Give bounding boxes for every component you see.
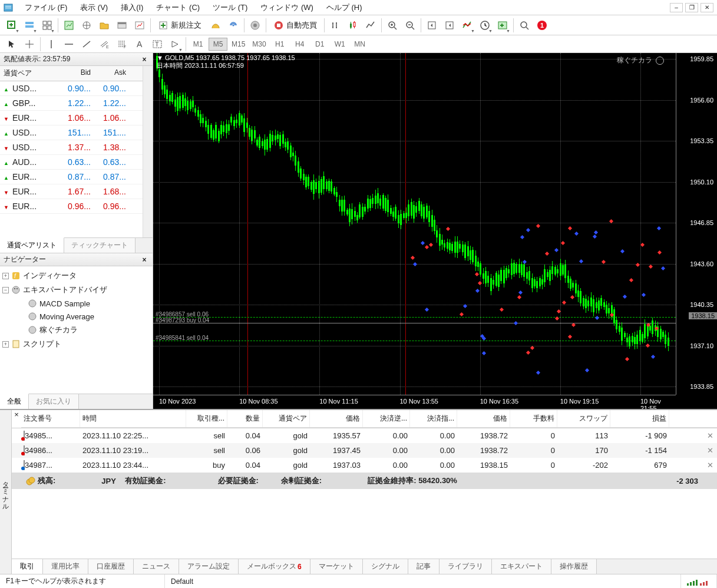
terminal-tab-5[interactable]: メールボックス 6: [239, 559, 310, 574]
menu-view[interactable]: 表示 (V): [74, 1, 114, 14]
timeframe-h1[interactable]: H1: [270, 38, 289, 51]
market-watch-row[interactable]: USD...1.37...1.38...: [0, 140, 143, 155]
mdi-close-button[interactable]: ✕: [701, 3, 713, 12]
timeframe-m1[interactable]: M1: [189, 38, 207, 51]
menu-file[interactable]: ファイル (F): [19, 1, 73, 14]
col-symbol[interactable]: 通貨ペア: [0, 66, 59, 81]
menu-help[interactable]: ヘルプ (H): [320, 1, 368, 14]
price-scale[interactable]: 1959.851956.601953.351950.101946.851943.…: [676, 53, 717, 395]
market-watch-button[interactable]: [61, 17, 77, 34]
terminal-tab-2[interactable]: 口座履歴: [88, 559, 134, 574]
market-watch-row[interactable]: EUR...1.67...1.68...: [0, 184, 143, 199]
col-order[interactable]: 注文番号: [21, 410, 80, 427]
col-ask[interactable]: Ask: [94, 66, 130, 81]
status-profile[interactable]: Default: [165, 574, 681, 588]
search-button[interactable]: [516, 17, 533, 34]
new-chart-button[interactable]: ▼: [4, 17, 20, 34]
col-type[interactable]: 取引種...: [186, 410, 227, 427]
tree-moving-average[interactable]: Moving Average: [1, 310, 151, 323]
col-time[interactable]: 時間: [80, 410, 186, 427]
timeframe-mn[interactable]: MN: [351, 38, 369, 51]
terminal-tab-10[interactable]: エキスパート: [492, 559, 551, 574]
new-order-button[interactable]: 新規注文: [153, 17, 206, 34]
terminal-tab-0[interactable]: 取引: [12, 559, 43, 574]
order-row[interactable]: 34987...2023.11.10 23:44...buy0.04gold19…: [12, 458, 717, 473]
close-order-button[interactable]: ✕: [703, 443, 717, 458]
menu-insert[interactable]: 挿入(I): [115, 1, 149, 14]
text-label-button[interactable]: T: [149, 36, 166, 52]
market-watch-row[interactable]: EUR...1.06...1.06...: [0, 111, 143, 125]
crosshair-button[interactable]: [21, 36, 38, 52]
market-watch-row[interactable]: EUR...0.87...0.87...: [0, 170, 143, 184]
signals-button[interactable]: [225, 17, 242, 34]
col-sl[interactable]: 決済逆...: [363, 410, 410, 427]
tab-common[interactable]: 全般: [0, 394, 29, 409]
timeframe-m15[interactable]: M15: [229, 38, 248, 51]
market-watch-row[interactable]: GBP...1.22...1.22...: [0, 96, 143, 111]
market-watch-row[interactable]: USD...0.90...0.90...: [0, 81, 143, 96]
market-watch-row[interactable]: AUD...0.63...0.63...: [0, 155, 143, 170]
timeframe-w1[interactable]: W1: [331, 38, 349, 51]
menu-window[interactable]: ウィンドウ (W): [255, 1, 319, 14]
terminal-tab-3[interactable]: ニュース: [134, 559, 179, 574]
fibonacci-button[interactable]: F: [114, 36, 130, 52]
order-row[interactable]: 34985...2023.11.10 22:25...sell0.04gold1…: [12, 428, 717, 443]
data-window-button[interactable]: [78, 17, 95, 34]
col-comm[interactable]: 手数料: [510, 410, 557, 427]
terminal-tab-4[interactable]: アラーム設定: [179, 559, 239, 574]
connection-indicator[interactable]: [681, 574, 717, 588]
objects-button[interactable]: ▼: [167, 36, 183, 52]
equidistant-channel-button[interactable]: E: [96, 36, 113, 52]
tree-scripts[interactable]: +スクリプト: [1, 337, 151, 351]
mdi-minimize-button[interactable]: –: [670, 3, 683, 12]
navigator-button[interactable]: [96, 17, 113, 34]
col-bid[interactable]: Bid: [59, 66, 94, 81]
tab-favorites[interactable]: お気に入り: [29, 394, 79, 409]
vertical-line-button[interactable]: [43, 36, 60, 52]
cursor-button[interactable]: [4, 36, 20, 52]
col-sym[interactable]: 通貨ペア: [263, 410, 310, 427]
market-watch-row[interactable]: USD...151....151....: [0, 125, 143, 140]
menu-tools[interactable]: ツール (T): [207, 1, 253, 14]
terminal-close-button[interactable]: ×: [12, 410, 21, 428]
col-swap[interactable]: スワップ: [557, 410, 610, 427]
navigator-close-button[interactable]: ×: [140, 256, 149, 264]
text-button[interactable]: A: [131, 36, 148, 52]
line-chart-button[interactable]: [362, 17, 379, 34]
close-order-button[interactable]: ✕: [703, 428, 717, 443]
chart-window[interactable]: ▼ GOLD,M5 1937.65 1938.75 1937.65 1938.1…: [153, 53, 717, 409]
chart-shift-button[interactable]: [441, 17, 458, 34]
candle-chart-button[interactable]: [345, 17, 361, 34]
terminal-tab-1[interactable]: 運用比率: [43, 559, 88, 574]
terminal-tab-9[interactable]: ライブラリ: [440, 559, 492, 574]
bar-chart-button[interactable]: [327, 17, 343, 34]
timeframe-h4[interactable]: H4: [290, 38, 309, 51]
notifications-button[interactable]: 1: [534, 17, 550, 34]
col-price2[interactable]: 価格: [457, 410, 510, 427]
menu-charts[interactable]: チャート (C): [150, 1, 206, 14]
window-layout-button[interactable]: ▼: [39, 17, 55, 34]
auto-scroll-button[interactable]: [424, 17, 440, 34]
col-tp[interactable]: 決済指...: [410, 410, 457, 427]
terminal-tab-7[interactable]: シグナル: [363, 559, 408, 574]
terminal-tab-11[interactable]: 操作履歴: [551, 559, 597, 574]
close-order-button[interactable]: ✕: [703, 458, 717, 473]
horizontal-line-button[interactable]: [61, 36, 77, 52]
mdi-restore-button[interactable]: ❐: [685, 3, 698, 12]
tab-tick-chart[interactable]: ティックチャート: [64, 238, 136, 253]
tree-macd-sample[interactable]: MACD Sample: [1, 297, 151, 310]
indicators-button[interactable]: ▼: [459, 17, 475, 34]
tree-experts[interactable]: −エキスパートアドバイザ: [1, 283, 151, 297]
col-pl[interactable]: 損益: [610, 410, 669, 427]
zoom-in-button[interactable]: [384, 17, 401, 34]
auto-trading-button[interactable]: 自動売買: [269, 17, 322, 34]
tree-indicators[interactable]: +fインディケータ: [1, 269, 151, 283]
terminal-tab-8[interactable]: 記事: [408, 559, 440, 574]
expert-advisor-button[interactable]: [247, 17, 263, 34]
terminal-button[interactable]: [114, 17, 130, 34]
periodicity-button[interactable]: ▼: [477, 17, 493, 34]
order-row[interactable]: 34986...2023.11.10 23:19...sell0.06gold1…: [12, 443, 717, 458]
profiles-button[interactable]: ▼: [21, 17, 38, 34]
timeframe-m30[interactable]: M30: [249, 38, 269, 51]
time-scale[interactable]: 10 Nov 202310 Nov 08:3510 Nov 11:1510 No…: [153, 395, 676, 409]
